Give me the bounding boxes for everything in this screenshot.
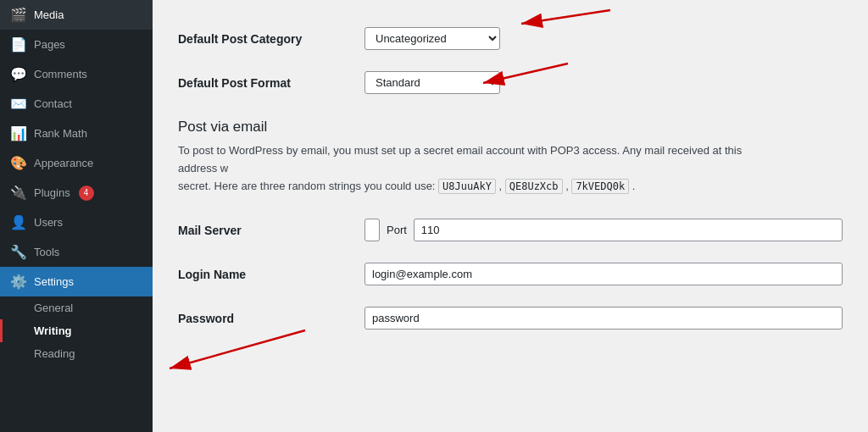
mail-server-input[interactable]	[364, 219, 380, 241]
appearance-icon: 🎨	[10, 155, 27, 171]
label-password: Password	[178, 307, 364, 325]
port-input[interactable]	[414, 219, 843, 241]
sidebar-label-contact: Contact	[34, 97, 72, 110]
contact-icon: ✉️	[10, 96, 27, 112]
random-string: U8JuuAkY	[438, 179, 496, 194]
row-password: Password	[178, 296, 843, 341]
sidebar-item-settings[interactable]: ⚙️ Settings	[0, 267, 153, 296]
random-string: 7kVEDQ0k	[571, 179, 629, 194]
post-via-email-title: Post via email	[178, 119, 843, 136]
select-default-post-category[interactable]: Uncategorized	[364, 27, 500, 50]
mail-server-row: Port	[364, 219, 843, 241]
row-login-name: Login Name	[178, 252, 843, 296]
plugins-icon: 🔌	[10, 185, 27, 201]
sidebar-item-appearance[interactable]: 🎨 Appearance	[0, 148, 153, 178]
random-string: QE8UzXcb	[505, 179, 563, 194]
field-default-post-category: Uncategorized	[364, 27, 843, 50]
sidebar-item-media[interactable]: 🎬 Media	[0, 0, 153, 30]
sidebar-label-media: Media	[34, 8, 64, 21]
rankmath-icon: 📊	[10, 125, 27, 141]
tools-icon: 🔧	[10, 244, 27, 260]
sidebar-item-contact[interactable]: ✉️ Contact	[0, 89, 153, 119]
submenu-item-writing[interactable]: Writing	[0, 319, 153, 342]
sidebar-label-pages: Pages	[34, 38, 65, 51]
login-name-input[interactable]	[364, 263, 843, 285]
settings-submenu: GeneralWritingReading	[0, 296, 153, 365]
sidebar-label-users: Users	[34, 216, 63, 229]
sidebar-label-tools: Tools	[34, 246, 59, 258]
row-default-post-category: Default Post CategoryUncategorized	[178, 17, 843, 61]
sidebar-item-plugins[interactable]: 🔌 Plugins 4	[0, 178, 153, 208]
pages-icon: 📄	[10, 36, 27, 53]
sidebar-item-tools[interactable]: 🔧 Tools	[0, 237, 153, 267]
main-content: Default Post CategoryUncategorizedDefaul…	[153, 0, 868, 432]
badge-plugins: 4	[79, 186, 94, 201]
submenu-item-general[interactable]: General	[0, 296, 153, 319]
submenu-item-reading[interactable]: Reading	[0, 342, 153, 365]
sidebar-item-pages[interactable]: 📄 Pages	[0, 30, 153, 59]
users-icon: 👤	[10, 214, 27, 230]
label-mail-server: Mail Server	[178, 219, 364, 237]
sidebar-label-settings: Settings	[34, 275, 74, 288]
row-default-post-format: Default Post FormatStandardAsideGalleryL…	[178, 61, 843, 105]
sidebar-label-comments: Comments	[34, 68, 87, 80]
field-mail-server: Port	[364, 219, 843, 241]
select-default-post-format[interactable]: StandardAsideGalleryLinkImageQuoteVideoA…	[364, 71, 500, 94]
sidebar-item-users[interactable]: 👤 Users	[0, 208, 153, 237]
label-default-post-format: Default Post Format	[178, 71, 364, 90]
field-login-name	[364, 263, 843, 285]
port-label: Port	[387, 224, 407, 236]
sidebar: 🎬 Media 📄 Pages 💬 Comments ✉️ Contact 📊 …	[0, 0, 153, 432]
settings-icon: ⚙️	[10, 274, 27, 290]
field-default-post-format: StandardAsideGalleryLinkImageQuoteVideoA…	[364, 71, 843, 94]
label-default-post-category: Default Post Category	[178, 27, 364, 46]
comments-icon: 💬	[10, 66, 27, 82]
sidebar-label-appearance: Appearance	[34, 157, 93, 169]
sidebar-label-rankmath: Rank Math	[34, 127, 87, 140]
media-icon: 🎬	[10, 7, 27, 23]
post-via-email-desc: To post to WordPress by email, you must …	[178, 142, 771, 195]
sidebar-item-comments[interactable]: 💬 Comments	[0, 59, 153, 89]
label-login-name: Login Name	[178, 263, 364, 281]
field-password	[364, 307, 843, 330]
password-input[interactable]	[364, 307, 843, 330]
sidebar-label-plugins: Plugins	[34, 186, 70, 199]
sidebar-item-rankmath[interactable]: 📊 Rank Math	[0, 119, 153, 148]
row-mail-server: Mail ServerPort	[178, 208, 843, 252]
